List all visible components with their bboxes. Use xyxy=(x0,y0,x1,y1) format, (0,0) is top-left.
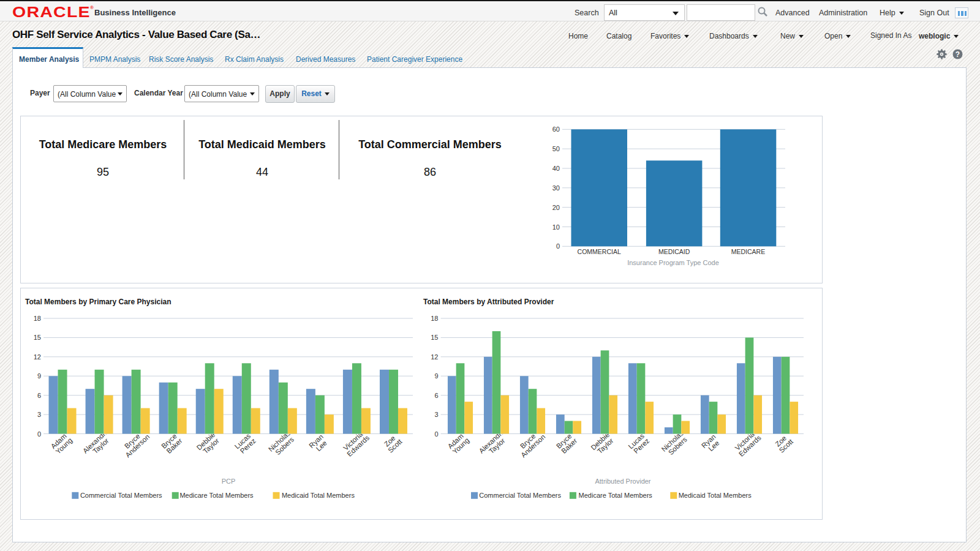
svg-text:Insurance Program Type Code: Insurance Program Type Code xyxy=(627,259,719,266)
svg-text:MEDICAID: MEDICAID xyxy=(658,248,690,255)
svg-text:MEDICARE: MEDICARE xyxy=(731,248,765,255)
svg-text:COMMERCIAL: COMMERCIAL xyxy=(578,248,621,255)
svg-text:Attributed Provider: Attributed Provider xyxy=(595,478,650,485)
svg-text:6: 6 xyxy=(37,392,41,399)
svg-text:15: 15 xyxy=(431,334,438,341)
svg-text:0: 0 xyxy=(556,242,560,250)
svg-text:0: 0 xyxy=(37,430,41,438)
svg-text:15: 15 xyxy=(34,334,41,341)
svg-text:9: 9 xyxy=(37,372,41,380)
svg-text:Commercial Total Members: Commercial Total Members xyxy=(479,492,561,499)
svg-text:0: 0 xyxy=(434,430,438,438)
svg-text:12: 12 xyxy=(431,353,438,361)
svg-text:18: 18 xyxy=(431,315,438,322)
svg-text:Medicaid Total Members: Medicaid Total Members xyxy=(679,492,752,499)
svg-text:?: ? xyxy=(956,50,960,59)
svg-text:Total Members by Primary Care: Total Members by Primary Care Physician xyxy=(25,298,172,306)
svg-text:Commercial Total Members: Commercial Total Members xyxy=(80,492,162,499)
svg-text:30: 30 xyxy=(552,184,560,192)
svg-text:3: 3 xyxy=(434,411,438,418)
svg-text:60: 60 xyxy=(552,126,560,133)
svg-text:6: 6 xyxy=(434,392,438,399)
svg-text:10: 10 xyxy=(552,223,560,231)
svg-text:Medicaid Total Members: Medicaid Total Members xyxy=(282,492,355,499)
svg-text:50: 50 xyxy=(552,145,560,152)
svg-text:Medicare Total Members: Medicare Total Members xyxy=(579,492,653,499)
svg-text:20: 20 xyxy=(552,204,560,211)
svg-text:40: 40 xyxy=(552,165,560,172)
svg-text:18: 18 xyxy=(34,315,41,322)
svg-text:3: 3 xyxy=(37,411,41,418)
svg-text:Total Members by Attributed Pr: Total Members by Attributed Provider xyxy=(423,298,554,306)
svg-text:PCP: PCP xyxy=(222,478,236,485)
svg-text:12: 12 xyxy=(34,353,41,361)
svg-text:9: 9 xyxy=(434,372,438,380)
svg-text:Medicare Total Members: Medicare Total Members xyxy=(179,492,254,499)
